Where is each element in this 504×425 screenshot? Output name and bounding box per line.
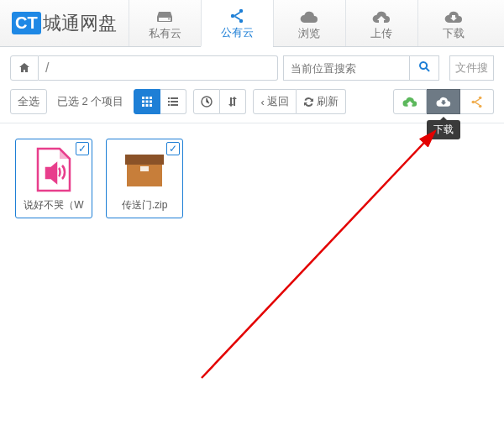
search-button[interactable] <box>409 55 439 81</box>
audio-file-icon <box>33 146 75 193</box>
cloud-download-icon <box>444 8 463 26</box>
breadcrumb-bar: / 文件搜 <box>0 47 504 84</box>
file-checkbox[interactable]: ✓ <box>76 142 89 155</box>
file-item[interactable]: ✓ 说好不哭（W <box>15 139 92 218</box>
home-button[interactable] <box>10 55 39 81</box>
archive-file-icon <box>123 146 165 193</box>
tab-label: 私有云 <box>149 26 181 41</box>
share-action-button[interactable] <box>460 89 494 114</box>
file-item[interactable]: ✓ 传送门.zip <box>106 139 183 218</box>
main-tabs: 私有云 公有云 浏览 上传 下载 <box>129 0 504 46</box>
view-toggle <box>134 89 186 114</box>
breadcrumb-path[interactable]: / <box>39 55 278 81</box>
tab-browse[interactable]: 浏览 <box>273 0 345 46</box>
tab-public-cloud[interactable]: 公有云 <box>201 0 273 47</box>
tab-label: 公有云 <box>221 25 254 40</box>
download-action-button[interactable]: 下载 <box>427 89 460 114</box>
svg-point-1 <box>231 14 234 18</box>
svg-rect-8 <box>125 155 164 165</box>
home-icon <box>18 62 30 74</box>
nav-group: ‹ 返回 刷新 <box>253 89 345 114</box>
list-view-button[interactable] <box>160 89 186 114</box>
svg-rect-7 <box>127 161 162 186</box>
app-header: CT 城通网盘 私有云 公有云 浏览 上传 <box>0 0 504 47</box>
clock-icon <box>201 96 213 108</box>
list-icon <box>167 96 179 108</box>
breadcrumb: / <box>10 55 278 81</box>
cloud-upload-icon <box>402 96 417 108</box>
file-grid: ✓ 说好不哭（W ✓ 传送门.zip <box>0 123 504 233</box>
action-bar: 全选 已选 2 个项目 ‹ 返回 刷新 下载 <box>0 84 504 123</box>
cloud-download-icon <box>436 96 451 108</box>
search-input[interactable] <box>283 55 409 81</box>
share-icon <box>229 7 244 25</box>
hdd-icon <box>156 8 173 26</box>
file-checkbox[interactable]: ✓ <box>166 142 180 155</box>
back-label: 返回 <box>267 94 289 109</box>
logo-text: 城通网盘 <box>43 11 117 36</box>
tab-download[interactable]: 下载 <box>417 0 490 46</box>
selection-info: 已选 2 个项目 <box>54 94 127 109</box>
refresh-label: 刷新 <box>317 94 339 109</box>
svg-point-5 <box>472 100 475 103</box>
select-all-button[interactable]: 全选 <box>10 89 47 114</box>
grid-view-button[interactable] <box>134 89 160 114</box>
tab-upload[interactable]: 上传 <box>345 0 417 46</box>
file-action-group: 下载 <box>393 89 494 114</box>
app-logo: CT 城通网盘 <box>0 0 129 46</box>
logo-badge: CT <box>12 12 41 34</box>
grid-icon <box>141 96 153 108</box>
svg-rect-9 <box>140 166 149 171</box>
sort-order-button[interactable] <box>220 89 246 114</box>
tab-label: 下载 <box>443 26 465 41</box>
cloud-upload-icon <box>372 8 391 26</box>
tab-label: 上传 <box>370 26 392 41</box>
file-filter[interactable]: 文件搜 <box>449 55 494 81</box>
search <box>283 55 439 81</box>
sort-time-button[interactable] <box>193 89 220 114</box>
download-tooltip: 下载 <box>427 120 460 139</box>
search-icon <box>418 60 431 73</box>
sort-group <box>193 89 246 114</box>
share-icon <box>470 96 483 108</box>
tab-label: 浏览 <box>298 26 320 41</box>
tab-private-cloud[interactable]: 私有云 <box>129 0 201 46</box>
refresh-button[interactable]: 刷新 <box>297 89 346 114</box>
file-name: 传送门.zip <box>112 198 177 212</box>
sort-icon <box>227 96 239 108</box>
back-button[interactable]: ‹ 返回 <box>253 89 296 114</box>
cloud-icon <box>300 8 318 26</box>
chevron-left-icon: ‹ <box>260 96 264 108</box>
refresh-icon <box>303 97 314 108</box>
file-name: 说好不哭（W <box>21 198 87 212</box>
upload-action-button[interactable] <box>393 89 427 114</box>
